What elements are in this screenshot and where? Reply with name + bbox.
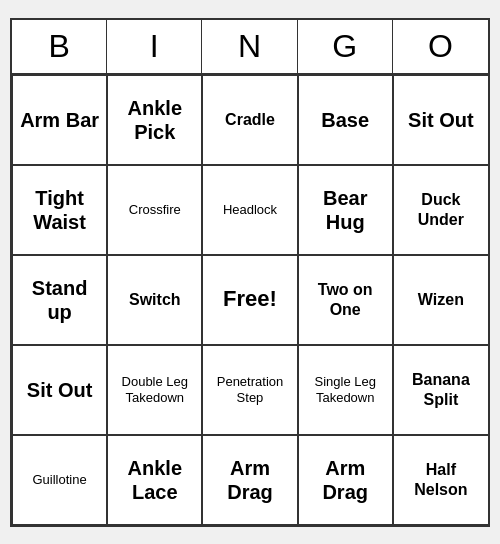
cell-5-2: Ankle Lace (107, 435, 202, 525)
bingo-grid: Arm Bar Ankle Pick Cradle Base Sit Out T… (12, 75, 488, 525)
cell-1-2: Ankle Pick (107, 75, 202, 165)
cell-3-3-free: Free! (202, 255, 297, 345)
cell-4-1: Sit Out (12, 345, 107, 435)
cell-2-5: Duck Under (393, 165, 488, 255)
cell-1-5: Sit Out (393, 75, 488, 165)
cell-4-5: Banana Split (393, 345, 488, 435)
cell-2-1: Tight Waist (12, 165, 107, 255)
header-n: N (202, 20, 297, 73)
cell-1-4: Base (298, 75, 393, 165)
cell-1-1: Arm Bar (12, 75, 107, 165)
header-g: G (298, 20, 393, 73)
cell-4-3: Penetration Step (202, 345, 297, 435)
header-i: I (107, 20, 202, 73)
cell-1-3: Cradle (202, 75, 297, 165)
cell-3-5: Wizen (393, 255, 488, 345)
cell-5-1: Guillotine (12, 435, 107, 525)
cell-3-2: Switch (107, 255, 202, 345)
cell-4-4: Single Leg Takedown (298, 345, 393, 435)
cell-3-4: Two on One (298, 255, 393, 345)
cell-3-1: Stand up (12, 255, 107, 345)
cell-4-2: Double Leg Takedown (107, 345, 202, 435)
cell-2-2: Crossfire (107, 165, 202, 255)
header-o: O (393, 20, 488, 73)
cell-5-5: Half Nelson (393, 435, 488, 525)
cell-2-3: Headlock (202, 165, 297, 255)
bingo-header: B I N G O (12, 20, 488, 75)
bingo-card: B I N G O Arm Bar Ankle Pick Cradle Base… (10, 18, 490, 527)
cell-5-3: Arm Drag (202, 435, 297, 525)
header-b: B (12, 20, 107, 73)
cell-5-4: Arm Drag (298, 435, 393, 525)
cell-2-4: Bear Hug (298, 165, 393, 255)
